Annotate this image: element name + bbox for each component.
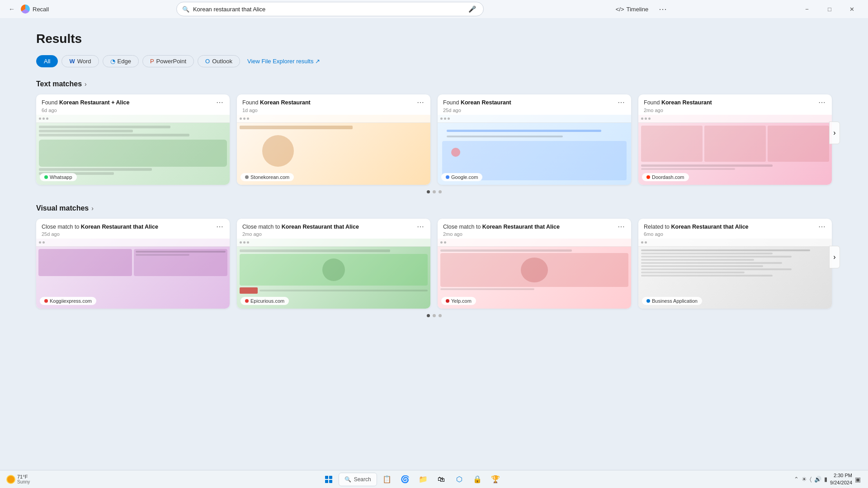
taskbar-teams-icon[interactable]: 🏆 bbox=[487, 471, 504, 488]
card-source-3: Google.com bbox=[441, 173, 482, 181]
weather-widget: 71°F Sunny bbox=[4, 474, 33, 484]
vm-pagination-dot-3[interactable] bbox=[439, 314, 442, 317]
visual-matches-cards-container: Close match to Korean Restaurant that Al… bbox=[36, 219, 832, 309]
taskbar-center: 🔍 Search 📋 🌀 📁 🛍 ⬡ 🔒 🏆 bbox=[34, 471, 789, 488]
more-options-button[interactable]: ⋯ bbox=[656, 3, 669, 15]
edge-icon: ◔ bbox=[110, 58, 115, 65]
filter-word[interactable]: W Word bbox=[61, 55, 99, 67]
vm-card-image-1: Koggiiexpress.com bbox=[36, 239, 230, 309]
taskbar-folder-icon[interactable]: 📁 bbox=[415, 471, 431, 488]
vm-source-dot-2 bbox=[245, 299, 249, 303]
text-match-card-1[interactable]: Found Korean Restaurant + Alice 6d ago ⋯ bbox=[36, 94, 230, 185]
vm-card-age-1: 25d ago bbox=[42, 231, 158, 237]
vm-pagination-dot-2[interactable] bbox=[433, 314, 436, 317]
pagination-dot-2[interactable] bbox=[433, 190, 436, 193]
vm-pagination-dot-1[interactable] bbox=[427, 314, 430, 317]
vm-card-more-button-2[interactable]: ⋯ bbox=[416, 223, 425, 230]
volume-icon[interactable]: 🔊 bbox=[814, 476, 821, 483]
visual-matches-section: Visual matches › Close match to Korean R… bbox=[36, 204, 832, 318]
visual-match-card-3[interactable]: Close match to Korean Restaurant that Al… bbox=[438, 219, 631, 309]
battery-icon[interactable]: ▮ bbox=[824, 476, 827, 483]
mic-button[interactable]: 🎤 bbox=[467, 4, 478, 14]
taskbar-files-icon[interactable]: 📋 bbox=[379, 471, 395, 488]
card-image-4: Doordash.com bbox=[638, 115, 832, 185]
vm-card-title-2: Close match to Korean Restaurant that Al… bbox=[242, 223, 359, 231]
taskbar-edge-icon[interactable]: ⬡ bbox=[451, 471, 467, 488]
card-more-button-2[interactable]: ⋯ bbox=[416, 99, 425, 106]
vm-card-title-3: Close match to Korean Restaurant that Al… bbox=[443, 223, 560, 231]
text-match-card-4[interactable]: Found Korean Restaurant 2mo ago ⋯ bbox=[638, 94, 832, 185]
vm-card-header-2: Close match to Korean Restaurant that Al… bbox=[237, 219, 430, 239]
brightness-icon[interactable]: ☀ bbox=[802, 476, 807, 483]
page-title: Results bbox=[36, 32, 832, 46]
vm-card-more-button-4[interactable]: ⋯ bbox=[817, 223, 826, 230]
vm-card-age-4: 6mo ago bbox=[644, 231, 749, 237]
card-header-3: Found Korean Restaurant 25d ago ⋯ bbox=[438, 94, 631, 115]
back-button[interactable]: ← bbox=[5, 3, 18, 15]
card-title-1: Found Korean Restaurant + Alice bbox=[42, 99, 129, 107]
visual-matches-chevron[interactable]: › bbox=[91, 205, 94, 212]
search-input[interactable] bbox=[193, 6, 463, 13]
text-matches-chevron[interactable]: › bbox=[85, 80, 87, 88]
vm-card-title-area-1: Close match to Korean Restaurant that Al… bbox=[42, 223, 158, 237]
close-button[interactable]: ✕ bbox=[842, 2, 863, 16]
minimize-button[interactable]: − bbox=[797, 2, 817, 16]
filter-edge[interactable]: ◔ Edge bbox=[103, 55, 139, 67]
card-image-1: Whatsapp bbox=[36, 115, 230, 185]
visual-match-card-2[interactable]: Close match to Korean Restaurant that Al… bbox=[237, 219, 430, 309]
vm-cards-next-arrow[interactable]: › bbox=[829, 246, 840, 268]
taskbar-search-icon: 🔍 bbox=[344, 476, 351, 483]
visual-match-card-4[interactable]: Related to Korean Restaurant that Alice … bbox=[638, 219, 832, 309]
text-match-card-2[interactable]: Found Korean Restaurant 1d ago ⋯ bbox=[237, 94, 430, 185]
source-dot-1 bbox=[44, 175, 48, 179]
pagination-dot-1[interactable] bbox=[427, 190, 430, 193]
vm-card-source-3: Yelp.com bbox=[441, 297, 476, 305]
taskbar-security-icon[interactable]: 🔒 bbox=[469, 471, 486, 488]
taskbar-right: ⌃ ☀ 〈 🔊 ▮ 2:30 PM 9/24/2024 ▣ bbox=[790, 472, 864, 486]
card-more-button-4[interactable]: ⋯ bbox=[817, 99, 826, 106]
card-age-4: 2mo ago bbox=[644, 108, 712, 113]
text-match-card-3[interactable]: Found Korean Restaurant 25d ago ⋯ bbox=[438, 94, 631, 185]
vm-card-more-button-3[interactable]: ⋯ bbox=[617, 223, 626, 230]
filter-powerpoint[interactable]: P PowerPoint bbox=[142, 55, 194, 67]
view-file-explorer-link[interactable]: View File Explorer results ↗ bbox=[247, 58, 320, 65]
notification-icon[interactable]: ▣ bbox=[855, 476, 861, 483]
window-controls: − □ ✕ bbox=[797, 2, 863, 16]
main-search-bar[interactable]: 🔍 🎤 bbox=[176, 2, 484, 16]
taskbar-store-icon[interactable]: 🛍 bbox=[433, 471, 449, 488]
timeline-button[interactable]: </> Timeline bbox=[611, 4, 653, 14]
card-more-button-1[interactable]: ⋯ bbox=[215, 99, 224, 106]
visual-matches-pagination bbox=[36, 314, 832, 317]
visual-matches-title: Visual matches bbox=[36, 204, 89, 212]
start-button[interactable] bbox=[321, 471, 337, 488]
chevron-up-icon[interactable]: ⌃ bbox=[794, 476, 799, 483]
filter-outlook[interactable]: O Outlook bbox=[198, 55, 240, 67]
text-matches-title: Text matches bbox=[36, 80, 82, 88]
taskbar-search[interactable]: 🔍 Search bbox=[339, 473, 377, 486]
vm-card-source-4: Business Application bbox=[642, 297, 702, 305]
cards-next-arrow-text[interactable]: › bbox=[829, 122, 840, 144]
pagination-dot-3[interactable] bbox=[439, 190, 442, 193]
visual-match-card-1[interactable]: Close match to Korean Restaurant that Al… bbox=[36, 219, 230, 309]
filter-all[interactable]: All bbox=[36, 55, 58, 67]
source-dot-2 bbox=[245, 175, 249, 179]
card-header-2: Found Korean Restaurant 1d ago ⋯ bbox=[237, 94, 430, 115]
recall-app-icon bbox=[21, 5, 30, 14]
visual-matches-header: Visual matches › bbox=[36, 204, 832, 212]
vm-card-header-3: Close match to Korean Restaurant that Al… bbox=[438, 219, 631, 239]
weather-sun-icon bbox=[7, 476, 14, 483]
card-title-area-3: Found Korean Restaurant 25d ago bbox=[443, 99, 511, 113]
network-icon[interactable]: 〈 bbox=[810, 476, 811, 483]
card-title-2: Found Korean Restaurant bbox=[242, 99, 311, 107]
taskbar-browser-icon[interactable]: 🌀 bbox=[397, 471, 413, 488]
vm-card-header-4: Related to Korean Restaurant that Alice … bbox=[638, 219, 832, 239]
card-title-area-4: Found Korean Restaurant 2mo ago bbox=[644, 99, 712, 113]
vm-card-title-1: Close match to Korean Restaurant that Al… bbox=[42, 223, 158, 231]
card-title-area-1: Found Korean Restaurant + Alice 6d ago bbox=[42, 99, 129, 113]
source-dot-4 bbox=[646, 175, 650, 179]
word-icon: W bbox=[69, 58, 75, 65]
maximize-button[interactable]: □ bbox=[819, 2, 840, 16]
weather-temp: 71°F bbox=[17, 474, 30, 479]
card-more-button-3[interactable]: ⋯ bbox=[617, 99, 626, 106]
vm-card-more-button-1[interactable]: ⋯ bbox=[215, 223, 224, 230]
